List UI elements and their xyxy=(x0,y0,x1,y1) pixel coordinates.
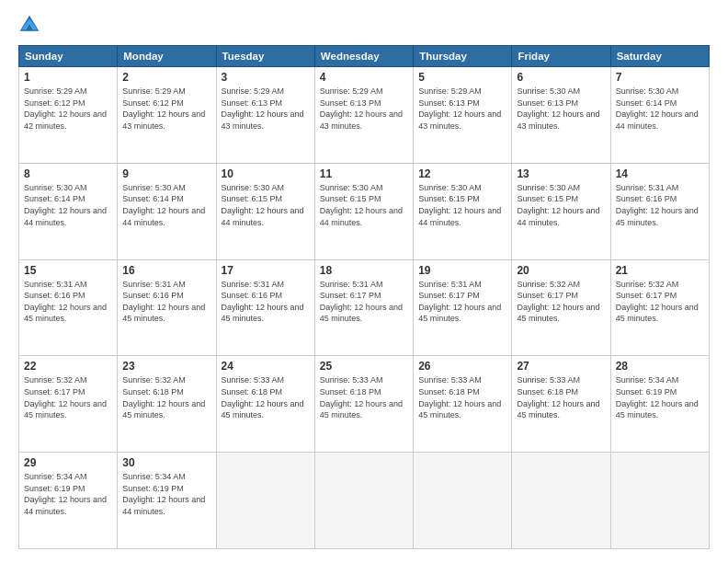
day-info: Sunrise: 5:33 AMSunset: 6:18 PMDaylight:… xyxy=(320,375,403,419)
day-info: Sunrise: 5:32 AMSunset: 6:17 PMDaylight:… xyxy=(517,280,599,324)
day-info: Sunrise: 5:34 AMSunset: 6:19 PMDaylight:… xyxy=(122,472,205,516)
day-number: 5 xyxy=(418,71,506,84)
day-info: Sunrise: 5:30 AMSunset: 6:15 PMDaylight:… xyxy=(222,183,304,227)
day-info: Sunrise: 5:31 AMSunset: 6:16 PMDaylight:… xyxy=(122,280,205,324)
calendar-cell: 22 Sunrise: 5:32 AMSunset: 6:17 PMDaylig… xyxy=(19,356,118,453)
day-number: 2 xyxy=(122,71,210,84)
day-info: Sunrise: 5:31 AMSunset: 6:16 PMDaylight:… xyxy=(222,280,304,324)
day-number: 24 xyxy=(222,360,310,373)
day-number: 6 xyxy=(517,71,605,84)
day-number: 14 xyxy=(616,167,704,180)
header-tuesday: Tuesday xyxy=(216,46,314,67)
day-number: 11 xyxy=(320,167,408,180)
header-row: SundayMondayTuesdayWednesdayThursdayFrid… xyxy=(19,46,710,67)
week-row-4: 22 Sunrise: 5:32 AMSunset: 6:17 PMDaylig… xyxy=(19,356,710,453)
header xyxy=(18,14,710,36)
calendar-cell: 25 Sunrise: 5:33 AMSunset: 6:18 PMDaylig… xyxy=(314,356,413,453)
day-info: Sunrise: 5:31 AMSunset: 6:17 PMDaylight:… xyxy=(418,280,501,324)
day-number: 26 xyxy=(418,360,506,373)
calendar-cell: 21 Sunrise: 5:32 AMSunset: 6:17 PMDaylig… xyxy=(610,259,709,356)
week-row-5: 29 Sunrise: 5:34 AMSunset: 6:19 PMDaylig… xyxy=(19,453,710,549)
calendar-cell: 5 Sunrise: 5:29 AMSunset: 6:13 PMDayligh… xyxy=(414,67,512,164)
day-number: 18 xyxy=(320,264,408,277)
day-number: 19 xyxy=(418,264,506,277)
day-number: 28 xyxy=(616,360,704,373)
calendar-cell xyxy=(414,453,512,549)
calendar-cell: 6 Sunrise: 5:30 AMSunset: 6:13 PMDayligh… xyxy=(512,67,610,164)
calendar-cell: 15 Sunrise: 5:31 AMSunset: 6:16 PMDaylig… xyxy=(19,259,118,356)
day-info: Sunrise: 5:29 AMSunset: 6:12 PMDaylight:… xyxy=(122,86,205,131)
calendar-cell: 14 Sunrise: 5:31 AMSunset: 6:16 PMDaylig… xyxy=(610,163,709,259)
day-info: Sunrise: 5:31 AMSunset: 6:17 PMDaylight:… xyxy=(320,280,403,324)
day-info: Sunrise: 5:31 AMSunset: 6:16 PMDaylight:… xyxy=(24,280,107,324)
day-number: 9 xyxy=(122,167,210,180)
calendar-cell: 12 Sunrise: 5:30 AMSunset: 6:15 PMDaylig… xyxy=(414,163,512,259)
calendar-cell xyxy=(610,453,709,549)
day-number: 4 xyxy=(320,71,408,84)
calendar-cell: 26 Sunrise: 5:33 AMSunset: 6:18 PMDaylig… xyxy=(414,356,512,453)
day-info: Sunrise: 5:30 AMSunset: 6:14 PMDaylight:… xyxy=(24,183,107,227)
day-info: Sunrise: 5:32 AMSunset: 6:17 PMDaylight:… xyxy=(616,280,699,324)
calendar-cell xyxy=(512,453,610,549)
header-sunday: Sunday xyxy=(19,46,118,67)
logo-icon xyxy=(18,14,40,36)
day-info: Sunrise: 5:33 AMSunset: 6:18 PMDaylight:… xyxy=(418,375,501,419)
day-number: 25 xyxy=(320,360,408,373)
day-number: 22 xyxy=(24,360,112,373)
day-number: 29 xyxy=(24,456,112,469)
calendar-cell: 1 Sunrise: 5:29 AMSunset: 6:12 PMDayligh… xyxy=(19,67,118,164)
week-row-1: 1 Sunrise: 5:29 AMSunset: 6:12 PMDayligh… xyxy=(19,67,710,164)
day-number: 27 xyxy=(517,360,605,373)
calendar-cell xyxy=(216,453,314,549)
header-thursday: Thursday xyxy=(414,46,512,67)
day-info: Sunrise: 5:31 AMSunset: 6:16 PMDaylight:… xyxy=(616,183,699,227)
calendar-cell: 23 Sunrise: 5:32 AMSunset: 6:18 PMDaylig… xyxy=(118,356,216,453)
calendar-cell: 2 Sunrise: 5:29 AMSunset: 6:12 PMDayligh… xyxy=(118,67,216,164)
calendar-cell: 18 Sunrise: 5:31 AMSunset: 6:17 PMDaylig… xyxy=(314,259,413,356)
header-monday: Monday xyxy=(118,46,216,67)
calendar-table: SundayMondayTuesdayWednesdayThursdayFrid… xyxy=(18,45,710,549)
calendar-cell: 8 Sunrise: 5:30 AMSunset: 6:14 PMDayligh… xyxy=(19,163,118,259)
calendar-cell: 20 Sunrise: 5:32 AMSunset: 6:17 PMDaylig… xyxy=(512,259,610,356)
calendar-cell: 30 Sunrise: 5:34 AMSunset: 6:19 PMDaylig… xyxy=(118,453,216,549)
calendar-cell: 27 Sunrise: 5:33 AMSunset: 6:18 PMDaylig… xyxy=(512,356,610,453)
week-row-2: 8 Sunrise: 5:30 AMSunset: 6:14 PMDayligh… xyxy=(19,163,710,259)
calendar-cell: 10 Sunrise: 5:30 AMSunset: 6:15 PMDaylig… xyxy=(216,163,314,259)
day-number: 7 xyxy=(616,71,704,84)
day-number: 20 xyxy=(517,264,605,277)
calendar-cell: 3 Sunrise: 5:29 AMSunset: 6:13 PMDayligh… xyxy=(216,67,314,164)
page: SundayMondayTuesdayWednesdayThursdayFrid… xyxy=(0,0,728,563)
week-row-3: 15 Sunrise: 5:31 AMSunset: 6:16 PMDaylig… xyxy=(19,259,710,356)
day-info: Sunrise: 5:30 AMSunset: 6:14 PMDaylight:… xyxy=(616,86,699,131)
day-number: 15 xyxy=(24,264,112,277)
day-info: Sunrise: 5:32 AMSunset: 6:17 PMDaylight:… xyxy=(24,375,107,419)
day-info: Sunrise: 5:30 AMSunset: 6:13 PMDaylight:… xyxy=(517,86,599,131)
calendar-cell: 13 Sunrise: 5:30 AMSunset: 6:15 PMDaylig… xyxy=(512,163,610,259)
header-friday: Friday xyxy=(512,46,610,67)
calendar-cell: 7 Sunrise: 5:30 AMSunset: 6:14 PMDayligh… xyxy=(610,67,709,164)
calendar-cell: 24 Sunrise: 5:33 AMSunset: 6:18 PMDaylig… xyxy=(216,356,314,453)
calendar-cell: 4 Sunrise: 5:29 AMSunset: 6:13 PMDayligh… xyxy=(314,67,413,164)
day-number: 23 xyxy=(122,360,210,373)
day-number: 8 xyxy=(24,167,112,180)
logo xyxy=(18,14,44,36)
day-info: Sunrise: 5:32 AMSunset: 6:18 PMDaylight:… xyxy=(122,375,205,419)
day-info: Sunrise: 5:30 AMSunset: 6:15 PMDaylight:… xyxy=(320,183,403,227)
header-wednesday: Wednesday xyxy=(314,46,413,67)
day-info: Sunrise: 5:29 AMSunset: 6:13 PMDaylight:… xyxy=(222,86,304,131)
day-info: Sunrise: 5:33 AMSunset: 6:18 PMDaylight:… xyxy=(222,375,304,419)
day-info: Sunrise: 5:29 AMSunset: 6:12 PMDaylight:… xyxy=(24,86,107,131)
day-number: 1 xyxy=(24,71,112,84)
calendar-cell: 9 Sunrise: 5:30 AMSunset: 6:14 PMDayligh… xyxy=(118,163,216,259)
calendar-cell: 17 Sunrise: 5:31 AMSunset: 6:16 PMDaylig… xyxy=(216,259,314,356)
calendar-cell: 11 Sunrise: 5:30 AMSunset: 6:15 PMDaylig… xyxy=(314,163,413,259)
calendar-cell: 19 Sunrise: 5:31 AMSunset: 6:17 PMDaylig… xyxy=(414,259,512,356)
calendar-cell: 16 Sunrise: 5:31 AMSunset: 6:16 PMDaylig… xyxy=(118,259,216,356)
day-number: 3 xyxy=(222,71,310,84)
calendar-cell: 29 Sunrise: 5:34 AMSunset: 6:19 PMDaylig… xyxy=(19,453,118,549)
calendar-cell xyxy=(314,453,413,549)
calendar-cell: 28 Sunrise: 5:34 AMSunset: 6:19 PMDaylig… xyxy=(610,356,709,453)
day-info: Sunrise: 5:33 AMSunset: 6:18 PMDaylight:… xyxy=(517,375,599,419)
day-number: 12 xyxy=(418,167,506,180)
header-saturday: Saturday xyxy=(610,46,709,67)
